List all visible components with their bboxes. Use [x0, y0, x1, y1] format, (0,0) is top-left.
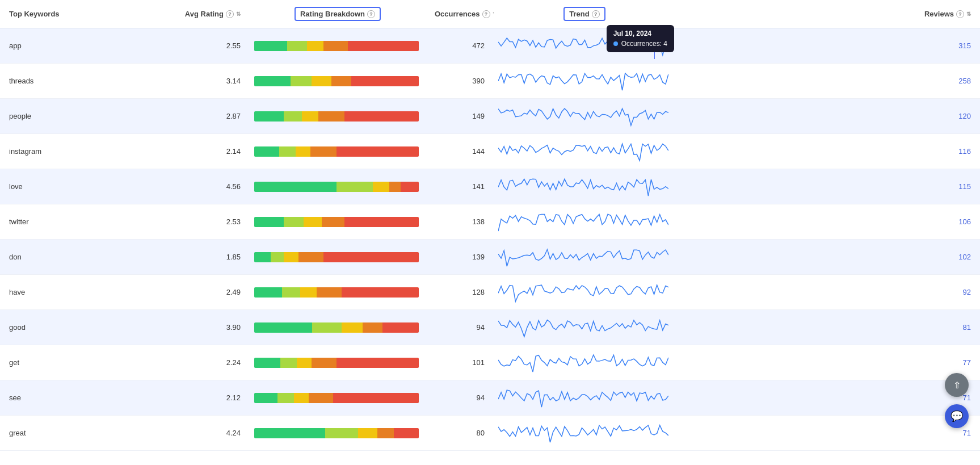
reviews-link[interactable]: 115: [958, 182, 971, 191]
rating-bar-segment: [304, 217, 322, 227]
rating-bar: [254, 146, 419, 157]
trend-cell: [494, 416, 675, 451]
occurrences-cell: 94: [426, 380, 494, 416]
rating-bar: [254, 322, 419, 333]
occurrences-cell: 472: [426, 28, 494, 64]
rating-breakdown-cell: [250, 169, 426, 204]
col-trend-label: Trend: [569, 10, 589, 18]
rating-bar-segment: [322, 217, 345, 227]
col-header-rating-breakdown: Rating Breakdown ?: [250, 0, 426, 28]
table-row: get2.2410177: [0, 345, 980, 380]
col-avg-rating-label: Avg Rating: [185, 10, 224, 18]
rating-breakdown-cell: [250, 134, 426, 169]
rating-bar-segment: [310, 146, 337, 157]
sparkline: [498, 312, 668, 341]
col-header-keyword: Top Keywords: [0, 0, 136, 28]
avg-rating-cell: 3.90: [136, 310, 250, 345]
rating-bar-segment: [344, 111, 419, 122]
rating-bar-segment: [317, 287, 342, 298]
avg-rating-help-icon[interactable]: ?: [226, 10, 234, 18]
reviews-cell: 258: [675, 64, 980, 99]
rating-bar: [254, 41, 419, 51]
rating-bar-segment: [348, 41, 419, 51]
rating-breakdown-cell: [250, 28, 426, 64]
rating-bar-segment: [280, 358, 297, 368]
rating-bar: [254, 76, 419, 86]
rating-bar-segment: [377, 428, 394, 438]
rating-bar-segment: [337, 358, 419, 368]
trend-wrapper: [498, 101, 668, 129]
keyword-cell: love: [0, 169, 136, 204]
rating-bar-segment: [282, 287, 300, 298]
rating-breakdown-cell: [250, 204, 426, 240]
rating-bar: [254, 182, 419, 192]
reviews-cell: 315: [675, 28, 980, 64]
rating-bar-segment: [351, 76, 419, 86]
occurrences-cell: 144: [426, 134, 494, 169]
table-row: good3.909481: [0, 310, 980, 345]
table-row: have2.4912892: [0, 275, 980, 310]
sparkline: [498, 66, 668, 94]
reviews-link[interactable]: 116: [958, 147, 971, 156]
col-header-occurrences: Occurrences ? ⇅: [426, 0, 494, 28]
rating-bar-segment: [358, 428, 378, 438]
reviews-link[interactable]: 81: [963, 323, 971, 332]
rating-bar-segment: [382, 322, 419, 333]
avg-rating-cell: 2.53: [136, 204, 250, 240]
rating-breakdown-help-icon[interactable]: ?: [367, 10, 375, 18]
rating-bar-segment: [331, 76, 351, 86]
upload-fab-button[interactable]: ⇧: [945, 373, 969, 397]
rating-bar-segment: [342, 287, 419, 298]
trend-cell: [494, 204, 675, 240]
reviews-link[interactable]: 315: [958, 41, 971, 50]
reviews-help-icon[interactable]: ?: [956, 10, 964, 18]
trend-cell: [494, 310, 675, 345]
reviews-link[interactable]: 77: [963, 358, 971, 367]
trend-wrapper: [498, 171, 668, 200]
keywords-table: Top Keywords Avg Rating ? ⇅ Rating Break…: [0, 0, 980, 451]
chat-fab-button[interactable]: 💬: [945, 404, 969, 428]
rating-breakdown-cell: [250, 64, 426, 99]
trend-wrapper: Jul 10, 2024Occurrences: 4: [498, 31, 668, 59]
rating-bar-segment: [394, 428, 419, 438]
occurrences-help-icon[interactable]: ?: [482, 10, 490, 18]
keyword-cell: threads: [0, 64, 136, 99]
table-wrapper[interactable]: Top Keywords Avg Rating ? ⇅ Rating Break…: [0, 0, 980, 465]
sparkline: [498, 207, 668, 235]
rating-bar-segment: [325, 428, 358, 438]
rating-bar-segment: [254, 111, 284, 122]
occurrences-cell: 139: [426, 240, 494, 275]
reviews-link[interactable]: 102: [958, 253, 971, 261]
rating-bar-segment: [302, 111, 318, 122]
occurrences-cell: 80: [426, 416, 494, 451]
sparkline: [498, 31, 668, 59]
avg-rating-cell: 4.56: [136, 169, 250, 204]
trend-cell: Jul 10, 2024Occurrences: 4: [494, 28, 675, 64]
rating-bar-segment: [284, 111, 302, 122]
trend-help-icon[interactable]: ?: [592, 10, 600, 18]
rating-bar-segment: [312, 358, 337, 368]
rating-bar-segment: [287, 41, 307, 51]
rating-bar-segment: [254, 393, 277, 403]
trend-cell: [494, 240, 675, 275]
sparkline: [498, 347, 668, 376]
reviews-link[interactable]: 106: [958, 217, 971, 226]
reviews-link[interactable]: 71: [963, 429, 971, 437]
reviews-link[interactable]: 92: [963, 288, 971, 296]
reviews-sort-icon[interactable]: ⇅: [966, 11, 971, 17]
rating-bar-segment: [291, 76, 312, 86]
rating-bar-segment: [297, 358, 312, 368]
avg-rating-cell: 1.85: [136, 240, 250, 275]
reviews-link[interactable]: 258: [958, 77, 971, 85]
col-rating-breakdown-label: Rating Breakdown: [300, 10, 365, 18]
trend-wrapper: [498, 242, 668, 270]
avg-rating-sort-icon[interactable]: ⇅: [236, 11, 241, 17]
col-reviews-label: Reviews: [924, 10, 954, 18]
rating-bar-segment: [254, 252, 271, 262]
sparkline: [498, 418, 668, 446]
trend-cell: [494, 169, 675, 204]
reviews-link[interactable]: 71: [963, 393, 971, 402]
reviews-cell: 77: [675, 345, 980, 380]
reviews-link[interactable]: 120: [958, 112, 971, 120]
rating-bar-segment: [254, 41, 287, 51]
